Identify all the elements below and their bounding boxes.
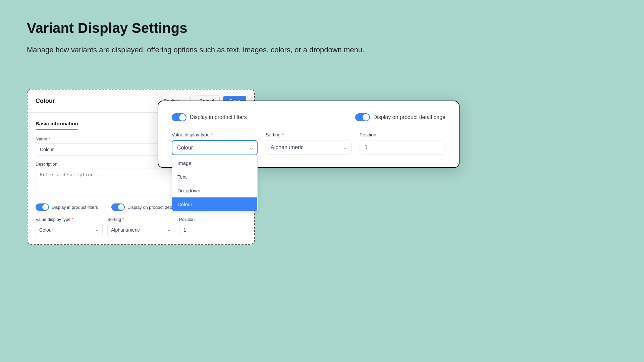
modal-sorting-wrapper: Alphanumeric [266, 140, 352, 155]
dashed-card-title: Colour [36, 98, 55, 105]
bottom-fields: Value display type * Colour Image Text D… [36, 217, 246, 236]
name-required: * [48, 136, 50, 141]
modal-position-label: Position [360, 132, 445, 137]
position-input[interactable] [179, 224, 246, 236]
modal-sorting-field: Sorting * Alphanumeric [266, 132, 352, 155]
modal-display-detail-toggle[interactable] [355, 113, 370, 121]
modal-toggle-detail-item: Display on product detail page [355, 113, 445, 121]
dropdown-menu: Image Text Dropdown Colour [172, 156, 258, 212]
modal-display-filters-label: Display in product filters [190, 114, 247, 120]
modal-fields-row: Value display type * Colour Image Text D… [172, 132, 445, 155]
value-display-type-select[interactable]: Colour Image Text Dropdown [36, 224, 103, 236]
modal-sorting-select[interactable]: Alphanumeric [266, 140, 352, 155]
modal-value-display-type-label: Value display type * [172, 132, 258, 137]
modal-value-display-type-select[interactable]: Colour Image Text Dropdown [172, 140, 258, 155]
modal-value-display-type-field: Value display type * Colour Image Text D… [172, 132, 258, 155]
display-filters-toggle[interactable] [36, 203, 49, 211]
dropdown-item-image[interactable]: Image [172, 156, 257, 170]
page-title: Variant Display Settings [27, 20, 617, 36]
value-display-type-wrapper: Colour Image Text Dropdown [36, 224, 103, 236]
value-display-type-field: Value display type * Colour Image Text D… [36, 217, 103, 236]
dropdown-item-dropdown[interactable]: Dropdown [172, 184, 257, 197]
modal-position-input[interactable] [360, 140, 445, 155]
modal-toggle-filters-item: Display in product filters [172, 113, 247, 121]
sorting-wrapper: Alphanumeric [107, 224, 174, 236]
modal-display-detail-label: Display on product detail page [373, 114, 445, 120]
dropdown-item-colour[interactable]: Colour [172, 197, 257, 211]
toggle-product-filters: Display in product filters [36, 203, 98, 211]
sorting-label: Sorting * [107, 217, 174, 222]
modal-position-field: Position [360, 132, 445, 155]
value-display-type-label: Value display type * [36, 217, 103, 222]
position-field: Position [179, 217, 246, 236]
basic-info-label: Basic information [36, 121, 78, 130]
modal-display-filters-toggle[interactable] [172, 113, 186, 121]
display-filters-label: Display in product filters [52, 205, 98, 210]
dropdown-item-text[interactable]: Text [172, 170, 257, 184]
modal-card: Display in product filters Display on pr… [158, 101, 460, 168]
page-description: Manage how variants are displayed, offer… [27, 46, 617, 54]
sorting-field: Sorting * Alphanumeric [107, 217, 174, 236]
modal-sorting-label: Sorting * [266, 132, 352, 137]
display-detail-toggle[interactable] [111, 203, 125, 211]
position-label: Position [179, 217, 246, 222]
sorting-select[interactable]: Alphanumeric [107, 224, 174, 236]
modal-value-display-type-wrapper: Colour Image Text Dropdown [172, 140, 258, 155]
modal-toggles-row: Display in product filters Display on pr… [172, 113, 445, 121]
